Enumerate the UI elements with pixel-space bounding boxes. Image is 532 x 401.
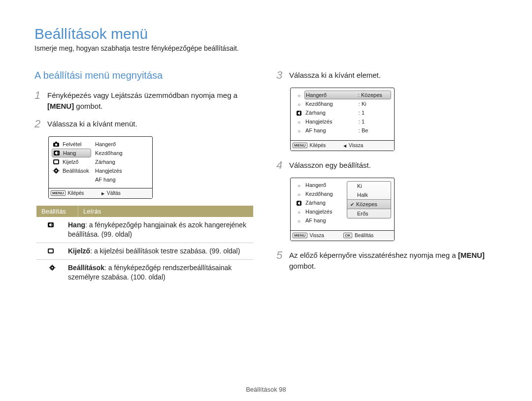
svg-rect-11	[59, 170, 60, 171]
triangle-left-icon	[343, 143, 346, 148]
ok-chip-icon: OK	[343, 233, 352, 238]
svg-point-16	[51, 267, 53, 268]
setting-key: Kezdőhang	[305, 101, 357, 107]
page-title: Beállítások menü	[34, 26, 498, 42]
table-desc: Kijelző: a kijelzési beállítások testre …	[68, 247, 253, 256]
step-number: 3	[276, 70, 289, 81]
step-number: 4	[276, 160, 289, 171]
step-text: Az előző képernyőre visszatéréshez nyomj…	[289, 250, 498, 272]
lcd-submenu-item: Hangerő	[94, 140, 149, 149]
svg-rect-17	[52, 265, 52, 266]
setting-value: 1	[362, 110, 390, 116]
gear-icon	[53, 168, 60, 174]
lcd-footer-right: Beállítás	[355, 233, 373, 238]
popup-option: Ki	[347, 182, 391, 190]
lcd-submenu-item: Kezdőhang	[94, 149, 149, 157]
menu-label: [MENU]	[458, 251, 485, 259]
triangle-right-icon	[101, 190, 104, 196]
sound-icon	[296, 200, 302, 206]
lcd-setting-row: Hangjelzés:1	[304, 117, 391, 126]
setting-value: Be	[362, 127, 390, 133]
page-footer: Beállítások 98	[0, 386, 532, 393]
lcd-footer-left: Vissza	[310, 233, 324, 238]
svg-rect-9	[56, 173, 56, 174]
lcd-setting-row: Hangerő:Közepes	[304, 91, 391, 99]
lcd-footer-right: Vissza	[349, 143, 363, 148]
menu-chip-icon: MENU	[293, 143, 307, 148]
lcd-menu-label: Hang	[63, 150, 76, 156]
setting-key: AF hang	[305, 127, 357, 133]
circle-icon: ○	[296, 93, 302, 98]
camera-icon	[53, 141, 60, 147]
svg-rect-10	[53, 170, 54, 171]
popup-option: ✔Közepes	[347, 199, 391, 209]
popup-option: Erős	[347, 209, 391, 218]
setting-value: Ki	[362, 101, 390, 107]
lcd-setting-row: Kezdőhang:Ki	[304, 99, 391, 108]
table-desc: Beállítások: a fényképezőgép rendszerbeá…	[68, 263, 253, 282]
display-icon	[53, 159, 60, 165]
table-header: Beállítás	[36, 206, 78, 217]
menu-label: [MENU]	[47, 102, 74, 110]
step-text: Fényképezés vagy Lejátszás üzemmódban ny…	[47, 90, 256, 112]
display-icon	[47, 247, 57, 255]
step-number: 1	[34, 90, 47, 101]
circle-icon: ○	[296, 128, 302, 134]
setting-key: Hangerő	[306, 92, 356, 98]
svg-rect-20	[55, 267, 56, 268]
sound-icon	[53, 150, 60, 156]
circle-icon: ○	[296, 119, 302, 125]
lcd-menu-label: Kijelző	[63, 159, 78, 165]
lcd-preview-popup: ○ ○ ○ ○ HangerőKezdőhangZárhangHangjelzé…	[290, 178, 395, 241]
step-number: 2	[34, 119, 47, 129]
table-desc: Hang: a fényképezőgép hangjainak és azok…	[68, 220, 253, 239]
svg-rect-18	[52, 270, 52, 271]
circle-icon: ○	[296, 191, 302, 197]
step-text: Válasszon egy beállítást.	[289, 160, 371, 171]
lcd-submenu-item: Zárhang	[94, 157, 149, 166]
section-heading: A beállítási menü megnyitása	[34, 70, 256, 81]
lcd-menu-item: Felvétel	[52, 140, 91, 149]
lcd-preview-menu: FelvételHangKijelzőBeállítások HangerőKe…	[48, 136, 153, 199]
setting-key: Hangjelzés	[305, 119, 357, 124]
svg-rect-19	[49, 267, 50, 268]
table-row: Kijelző: a kijelzési beállítások testre …	[36, 243, 253, 260]
step-text: Válassza ki a kívánt elemet.	[289, 70, 381, 81]
table-row: Hang: a fényképezőgép hangjainak és azok…	[36, 217, 253, 243]
lcd-preview-settings: ○ ○ ○ ○ Hangerő:KözepesKezdőhang:KiZárha…	[290, 88, 395, 151]
lcd-submenu-item: Hangjelzés	[94, 166, 149, 175]
table-row: Beállítások: a fényképezőgép rendszerbeá…	[36, 260, 253, 285]
lcd-setting-row: Zárhang:1	[304, 108, 391, 117]
circle-icon: ○	[296, 218, 302, 224]
lcd-footer-left: Kilépés	[310, 143, 326, 148]
volume-popup: KiHalk✔KözepesErős	[347, 181, 391, 218]
sound-icon	[296, 110, 302, 116]
circle-icon: ○	[296, 209, 302, 215]
setting-value: 1	[362, 119, 390, 124]
menu-chip-icon: MENU	[51, 190, 66, 196]
popup-option: Halk	[347, 190, 391, 199]
circle-icon: ○	[296, 183, 302, 188]
settings-description-table: Beállítás Leírás Hang: a fényképezőgép h…	[36, 206, 253, 285]
step-number: 5	[276, 250, 289, 261]
table-header: Leírás	[78, 206, 253, 217]
page-subtitle: Ismerje meg, hogyan szabhatja testre fén…	[34, 44, 498, 52]
svg-point-2	[55, 144, 58, 146]
lcd-menu-label: Beállítások	[63, 168, 89, 174]
lcd-menu-label: Felvétel	[63, 141, 82, 147]
lcd-menu-item: Hang	[52, 149, 91, 157]
lcd-submenu-item: AF hang	[94, 175, 149, 184]
svg-rect-1	[55, 142, 57, 143]
gear-icon	[47, 264, 57, 272]
step-text: Válassza ki a kívánt menüt.	[47, 119, 137, 129]
svg-rect-8	[56, 168, 56, 169]
lcd-footer-right: Váltás	[107, 190, 121, 196]
lcd-menu-item: Beállítások	[52, 166, 91, 175]
lcd-menu-item: Kijelző	[52, 157, 91, 166]
svg-rect-14	[49, 249, 53, 252]
lcd-footer-left: Kilépés	[68, 190, 84, 196]
setting-value: Közepes	[361, 92, 390, 98]
check-icon: ✔	[350, 202, 354, 207]
lcd-setting-row: AF hang:Be	[304, 126, 391, 135]
sound-icon	[47, 221, 57, 229]
